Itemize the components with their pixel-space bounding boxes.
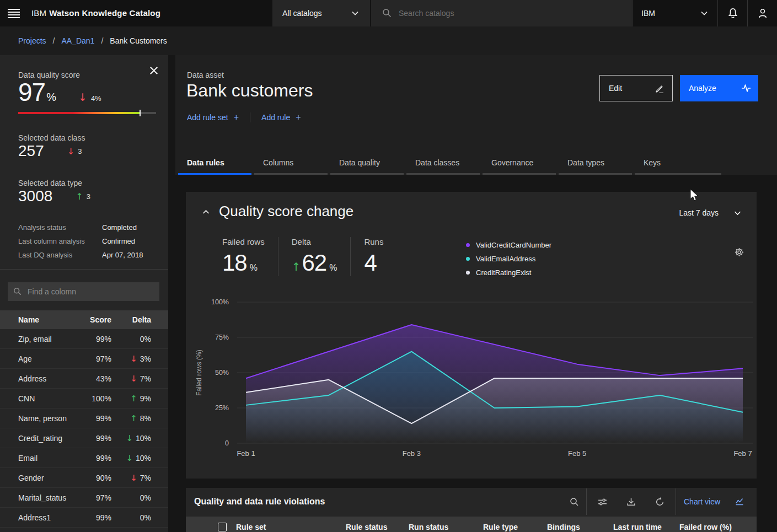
violations-title: Quality and data rule violations <box>194 497 325 507</box>
cell-delta-value: 10% <box>136 434 151 443</box>
tab-governance[interactable]: Governance <box>483 153 556 175</box>
notifications-button[interactable] <box>717 0 747 26</box>
select-all-checkbox[interactable] <box>218 523 227 531</box>
column-header-score[interactable]: Score <box>80 315 111 324</box>
catalog-selector[interactable]: All catalogs <box>272 0 370 26</box>
search-button[interactable] <box>565 493 583 510</box>
breadcrumb-separator: / <box>101 36 103 45</box>
table-row-email[interactable]: Email99%↓10% <box>0 448 168 468</box>
column-header-delta[interactable]: Delta <box>114 315 151 324</box>
tab-columns[interactable]: Columns <box>254 153 328 175</box>
stat-delta: Delta↑62% <box>278 237 351 276</box>
analyze-button[interactable]: Analyze <box>680 75 758 101</box>
violations-col-last-run-time[interactable]: Last run time <box>613 517 662 532</box>
cell-score: 43% <box>80 374 111 383</box>
table-row-cnn[interactable]: CNN100%↑9% <box>0 389 168 409</box>
meta-value: Confirmed <box>102 237 135 245</box>
app-window: IBMWatson Knowledge Catalog All catalogs… <box>0 0 777 532</box>
meta-value: Completed <box>102 223 137 232</box>
svg-text:Feb 5: Feb 5 <box>568 449 586 458</box>
tab-data-quality[interactable]: Data quality <box>330 153 404 175</box>
breadcrumb: Projects/AA_Dan1/Bank Customers <box>18 26 167 55</box>
tab-data-types[interactable]: Data types <box>559 153 632 175</box>
quality-score-card: Quality score change Last 7 days Failed … <box>186 192 757 479</box>
table-row-zip-email[interactable]: Zip, email99%0% <box>0 329 168 349</box>
tab-data-classes[interactable]: Data classes <box>406 153 480 175</box>
filter-button[interactable] <box>593 493 611 510</box>
chart-view-icon <box>735 497 744 506</box>
table-row-credit-rating[interactable]: Credit_rating99%↓10% <box>0 428 168 448</box>
legend-item-validemailaddress[interactable]: ValidEmailAddress <box>466 252 551 266</box>
violations-col-run-status[interactable]: Run status <box>409 517 448 532</box>
settings-adjust-icon <box>598 497 607 507</box>
stat-value: 18 <box>222 250 247 276</box>
hamburger-menu-icon[interactable] <box>7 6 23 21</box>
chart-view-toggle[interactable]: Chart view <box>684 488 744 515</box>
violations-col-failed-row[interactable]: Failed row (%) <box>679 517 732 532</box>
sidebar-meta-list: Analysis statusCompletedLast column anal… <box>18 221 156 262</box>
cell-score: 99% <box>80 454 111 463</box>
refresh-button[interactable] <box>651 493 668 510</box>
tab-bar: Data rulesColumnsData qualityData classe… <box>178 153 721 175</box>
close-icon[interactable] <box>148 65 159 76</box>
cell-name: Zip, email <box>18 335 80 343</box>
violations-card: Quality and data rule violations Chart v… <box>186 488 757 532</box>
cell-score: 97% <box>80 493 111 502</box>
table-row-gender[interactable]: Gender90%↓7% <box>0 468 168 488</box>
analyze-activity-icon <box>741 83 752 94</box>
violations-col-rule-type[interactable]: Rule type <box>483 517 518 532</box>
legend-item-validcreditcardnumber[interactable]: ValidCreditCardNumber <box>466 238 551 252</box>
violations-col-rule-status[interactable]: Rule status <box>346 517 387 532</box>
table-row-marital-status[interactable]: Marital_status97%0% <box>0 488 168 508</box>
settings-gear-icon[interactable] <box>734 247 744 257</box>
breadcrumb-item-aa-dan1[interactable]: AA_Dan1 <box>61 36 94 45</box>
cell-delta: ↑9% <box>111 394 151 404</box>
add-rule-set-link[interactable]: Add rule set+ <box>187 112 239 122</box>
account-selector[interactable]: IBM <box>632 0 717 26</box>
user-profile-button[interactable] <box>747 0 777 26</box>
cell-score: 99% <box>80 513 111 522</box>
column-header-name[interactable]: Name <box>18 315 80 324</box>
page-title: Bank customers <box>186 80 313 101</box>
tab-keys[interactable]: Keys <box>635 153 721 175</box>
trend-down-icon: ↓ <box>78 91 87 103</box>
tab-data-rules[interactable]: Data rules <box>178 153 251 175</box>
breadcrumb-separator: / <box>53 36 55 45</box>
cell-delta: 0% <box>111 513 151 522</box>
divider <box>676 488 676 515</box>
cell-name: Age <box>18 354 80 363</box>
cell-score: 99% <box>80 434 111 443</box>
cell-delta: ↓7% <box>111 473 151 483</box>
divider <box>586 488 587 515</box>
edit-button[interactable]: Edit <box>599 75 673 101</box>
trend-down-icon: ↓ <box>130 354 137 364</box>
table-row-age[interactable]: Age97%↓3% <box>0 349 168 369</box>
data-type-number: 3008 <box>18 187 52 205</box>
cell-name: Address <box>18 374 80 383</box>
cell-delta: ↓7% <box>111 374 151 384</box>
stat-label: Runs <box>364 237 383 246</box>
plus-icon: + <box>234 112 239 122</box>
cell-delta: ↓10% <box>111 433 151 443</box>
table-row-address[interactable]: Address43%↓7% <box>0 369 168 389</box>
svg-text:25%: 25% <box>215 404 229 412</box>
legend-item-creditratingexist[interactable]: CreditRatingExist <box>466 266 551 280</box>
column-search-input[interactable] <box>28 282 154 301</box>
stat-unit: % <box>250 263 258 273</box>
table-row-name-person[interactable]: Name, person99%↑8% <box>0 409 168 428</box>
add-rule-link[interactable]: Add rule+ <box>261 112 301 122</box>
table-row-partial[interactable] <box>0 528 168 532</box>
search-input[interactable] <box>399 0 619 26</box>
edit-pencil-icon <box>655 84 665 93</box>
violations-col-bindings[interactable]: Bindings <box>547 517 580 532</box>
violations-col-rule-set[interactable]: Rule set <box>236 517 266 532</box>
meta-row-last-column-analysis: Last column analysisConfirmed <box>18 234 156 248</box>
columns-table-header: Name Score Delta <box>0 310 168 329</box>
collapse-chevron-icon[interactable] <box>202 209 210 214</box>
cell-delta: ↑8% <box>111 413 151 423</box>
breadcrumb-item-projects[interactable]: Projects <box>18 36 46 45</box>
download-button[interactable] <box>622 493 640 510</box>
data-type-value: 3008 ↑ 3 <box>18 187 90 205</box>
table-row-address1[interactable]: Address199%0% <box>0 508 168 528</box>
time-range-dropdown[interactable]: Last 7 days <box>679 208 741 217</box>
